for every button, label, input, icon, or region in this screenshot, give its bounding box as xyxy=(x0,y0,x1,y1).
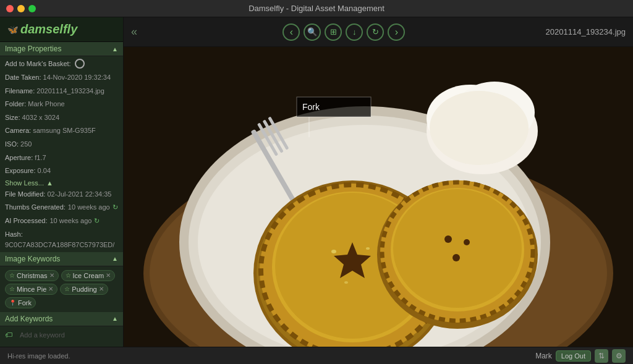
hash-label: Hash: xyxy=(5,231,23,238)
add-keywords-label: Add Keywords xyxy=(5,315,53,323)
search-button[interactable]: 🔍 xyxy=(304,23,321,41)
remove-pudding-button[interactable]: ✕ xyxy=(99,286,104,292)
size-value: 4032 x 3024 xyxy=(22,114,60,121)
image-keywords-chevron[interactable]: ▲ xyxy=(112,255,118,262)
star-icon[interactable]: ☆ xyxy=(66,272,71,279)
ai-label: AI Processed: xyxy=(5,216,47,227)
settings-button[interactable]: ⚙ xyxy=(612,349,626,363)
remove-ice-cream-button[interactable]: ✕ xyxy=(106,272,111,279)
remove-christmas-button[interactable]: ✕ xyxy=(49,272,54,279)
basket-checkbox[interactable] xyxy=(75,59,85,69)
show-less-button[interactable]: Show Less... ▲ xyxy=(0,178,123,188)
add-keyword-icon: 🏷 xyxy=(5,331,12,339)
close-button[interactable] xyxy=(6,5,14,12)
image-filename: 20201114_193234.jpg xyxy=(546,27,626,36)
filename-label: Filename: xyxy=(5,87,35,95)
filename-value: 20201114_193234.jpg xyxy=(36,87,104,95)
fullscreen-button[interactable] xyxy=(28,5,36,12)
basket-label: Add to Mark's Basket: xyxy=(5,60,71,67)
folder-label: Folder: xyxy=(5,100,26,108)
main-image: Fork xyxy=(124,47,633,347)
logo-text: damselfly xyxy=(20,22,77,36)
grid-view-button[interactable]: ⊞ xyxy=(325,23,342,41)
star-icon[interactable]: ☆ xyxy=(64,286,70,292)
file-modified-value: 02-Jul-2021 22:34:35 xyxy=(47,190,111,198)
svg-point-21 xyxy=(331,250,336,253)
keyword-christmas: ☆ Christmas ✕ xyxy=(5,270,59,281)
thumbs-refresh-icon[interactable]: ↻ xyxy=(113,202,118,213)
date-taken-row: Date Taken: 14-Nov-2020 19:32:34 xyxy=(0,71,123,85)
share-button[interactable]: ⇅ xyxy=(595,349,608,363)
thumbs-value: 10 weeks ago xyxy=(68,202,110,213)
star-icon[interactable]: ☆ xyxy=(9,286,15,292)
minimize-button[interactable] xyxy=(17,5,25,12)
toolbar-center: ‹ 🔍 ⊞ ↓ ↻ › xyxy=(283,23,405,41)
main-content: 🦋 damselfly Image Properties ▲ Add to Ma… xyxy=(0,17,633,347)
sidebar: 🦋 damselfly Image Properties ▲ Add to Ma… xyxy=(0,17,124,347)
aperture-row: Aperture: f1.7 xyxy=(0,151,123,165)
search-icon: 🔍 xyxy=(307,27,317,36)
pin-icon: 📍 xyxy=(9,300,16,306)
refresh-button[interactable]: ↻ xyxy=(367,23,384,41)
logout-button[interactable]: Log Out xyxy=(556,350,591,362)
add-to-basket-row: Add to Mark's Basket: xyxy=(0,56,123,71)
add-keywords-chevron[interactable]: ▲ xyxy=(112,315,118,322)
image-keywords-header[interactable]: Image Keywords ▲ xyxy=(0,252,123,266)
show-less-label: Show Less... xyxy=(5,179,44,187)
keyword-pudding-text: Pudding xyxy=(72,286,96,293)
prev-image-button[interactable]: ‹ xyxy=(283,23,300,41)
download-button[interactable]: ↓ xyxy=(346,23,363,41)
add-keyword-row: 🏷 xyxy=(0,326,123,344)
logo-bird-icon: 🦋 xyxy=(7,25,18,35)
share-icon: ⇅ xyxy=(598,352,605,360)
add-keyword-input[interactable] xyxy=(15,329,118,341)
collapse-sidebar-button[interactable]: « xyxy=(131,25,137,38)
settings-icon: ⚙ xyxy=(616,352,622,360)
folder-value: Mark Phone xyxy=(28,100,64,108)
image-area[interactable]: Fork xyxy=(124,47,633,347)
iso-value: 250 xyxy=(20,140,32,148)
image-properties-header[interactable]: Image Properties ▲ xyxy=(0,42,123,56)
ai-refresh-icon[interactable]: ↻ xyxy=(94,216,100,227)
keyword-mince-pie-text: Mince Pie xyxy=(17,286,46,293)
download-icon: ↓ xyxy=(352,27,357,36)
exposure-value: 0.04 xyxy=(38,167,51,174)
status-right: Mark Log Out ⇅ ⚙ xyxy=(535,349,626,363)
aperture-value: f1.7 xyxy=(35,154,46,161)
right-panel: « ‹ 🔍 ⊞ ↓ ↻ › 20201114_193234.jpg xyxy=(124,17,633,347)
hash-row: Hash: 9C0C7A83DC7A188F87C57973ED/ xyxy=(0,228,123,252)
statusbar: Hi-res image loaded. Mark Log Out ⇅ ⚙ xyxy=(0,347,633,364)
svg-point-31 xyxy=(452,254,460,261)
filename-row: Filename: 20201114_193234.jpg xyxy=(0,85,123,98)
add-keywords-header[interactable]: Add Keywords ▲ xyxy=(0,312,123,326)
svg-point-22 xyxy=(366,247,370,250)
toolbar-left: « xyxy=(131,25,142,38)
keyword-pudding: ☆ Pudding ✕ xyxy=(60,284,108,295)
keyword-ice-cream: ☆ Ice Cream ✕ xyxy=(61,270,116,281)
keyword-ice-cream-text: Ice Cream xyxy=(73,272,104,279)
svg-text:Fork: Fork xyxy=(302,102,320,112)
image-properties-chevron[interactable]: ▲ xyxy=(112,46,118,53)
toolbar-right: 20201114_193234.jpg xyxy=(546,27,626,36)
window-title: Damselfly - Digital Asset Management xyxy=(249,4,384,13)
keyword-mince-pie: ☆ Mince Pie ✕ xyxy=(5,284,57,295)
star-icon[interactable]: ☆ xyxy=(9,272,15,279)
svg-point-29 xyxy=(444,235,452,243)
iso-label: ISO: xyxy=(5,140,19,148)
image-toolbar: « ‹ 🔍 ⊞ ↓ ↻ › 20201114_193234.jpg xyxy=(124,17,633,47)
logo-area: 🦋 damselfly xyxy=(0,17,123,42)
keyword-christmas-text: Christmas xyxy=(17,272,48,279)
iso-row: ISO: 250 xyxy=(0,138,123,151)
status-message: Hi-res image loaded. xyxy=(7,352,70,360)
file-modified-label: File Modified: xyxy=(5,190,45,198)
thumbs-row: Thumbs Generated: 10 weeks ago ↻ xyxy=(0,201,123,214)
remove-mince-pie-button[interactable]: ✕ xyxy=(48,286,53,292)
next-image-button[interactable]: › xyxy=(388,23,405,41)
refresh-icon: ↻ xyxy=(372,27,379,36)
date-taken-label: Date Taken: xyxy=(5,74,41,81)
keyword-fork-text: Fork xyxy=(18,299,32,307)
hash-value: 9C0C7A83DC7A188F87C57973ED/ xyxy=(5,241,114,248)
svg-point-9 xyxy=(430,91,529,165)
traffic-lights xyxy=(6,5,36,12)
size-label: Size: xyxy=(5,114,20,121)
